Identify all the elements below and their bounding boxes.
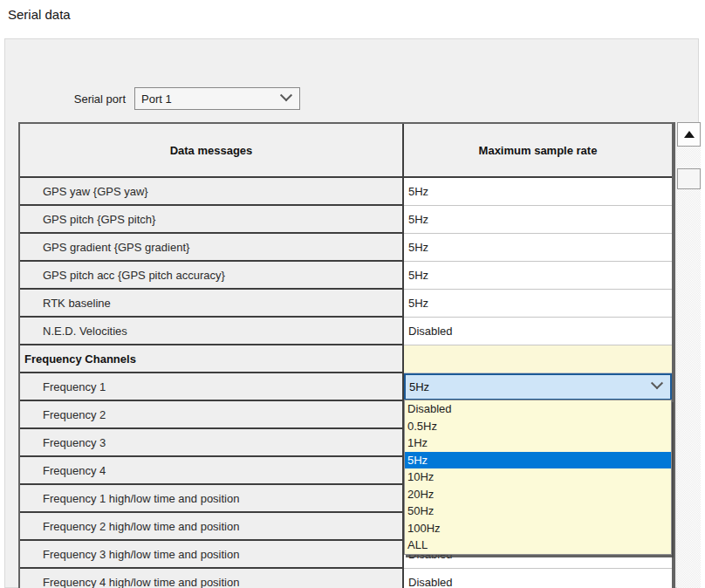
data-message-cell[interactable]: RTK baseline xyxy=(20,290,404,318)
column-header-data-messages: Data messages xyxy=(20,124,404,176)
data-message-cell[interactable]: Frequency 1 xyxy=(20,373,404,401)
serial-data-panel: Serial port Port 1 Data messages Maximum… xyxy=(4,38,699,588)
dropdown-option[interactable]: ALL xyxy=(405,537,671,554)
table-row: GPS pitch acc {GPS pitch accuracy}5Hz xyxy=(20,262,672,290)
page-title: Serial data xyxy=(8,7,71,22)
table-header-row: Data messages Maximum sample rate xyxy=(20,124,672,178)
sample-rate-cell[interactable]: 5Hz xyxy=(404,373,672,401)
sample-rate-dropdown-list[interactable]: Disabled0.5Hz1Hz5Hz10Hz20Hz50Hz100HzALL xyxy=(404,400,672,555)
sample-rate-cell[interactable]: 5Hz xyxy=(404,234,672,262)
column-header-max-sample-rate: Maximum sample rate xyxy=(404,124,672,176)
data-message-cell[interactable]: GPS yaw {GPS yaw} xyxy=(20,178,404,206)
chevron-down-icon xyxy=(280,89,292,101)
dropdown-option[interactable]: 10Hz xyxy=(405,468,671,486)
sample-rate-cell[interactable]: 5Hz xyxy=(404,206,672,234)
combobox-value: 5Hz xyxy=(409,380,429,393)
dropdown-option[interactable]: 5Hz xyxy=(405,452,671,469)
table-row: Frequency 4 high/low time and positionDi… xyxy=(20,569,672,588)
table-row: RTK baseline5Hz xyxy=(20,290,672,318)
data-message-cell[interactable]: Frequency 3 xyxy=(20,429,404,457)
sample-rate-combobox[interactable]: 5Hz xyxy=(404,373,672,400)
data-message-cell[interactable]: GPS gradient {GPS gradient} xyxy=(20,234,404,262)
data-message-cell[interactable]: Frequency 1 high/low time and position xyxy=(20,485,404,513)
table-row: Frequency Channels xyxy=(20,345,672,373)
dropdown-option[interactable]: 100Hz xyxy=(405,520,671,537)
data-message-cell[interactable]: Frequency 2 xyxy=(20,401,404,429)
serial-port-select[interactable]: Port 1 xyxy=(134,87,300,110)
section-header-cell[interactable]: Frequency Channels xyxy=(20,345,404,373)
table-scrollbar[interactable] xyxy=(677,122,701,588)
table-row: Frequency 15Hz xyxy=(20,373,672,401)
sample-rate-cell[interactable]: 5Hz xyxy=(404,262,672,290)
table-row: N.E.D. VelocitiesDisabled xyxy=(20,318,672,345)
data-message-cell[interactable]: Frequency 2 high/low time and position xyxy=(20,513,404,541)
data-message-cell[interactable]: GPS pitch {GPS pitch} xyxy=(20,206,404,234)
dropdown-option[interactable]: 50Hz xyxy=(405,503,671,520)
data-message-cell[interactable]: GPS pitch acc {GPS pitch accuracy} xyxy=(20,262,404,290)
chevron-down-icon xyxy=(651,377,663,389)
data-message-cell[interactable]: Frequency 3 high/low time and position xyxy=(20,541,404,569)
sample-rate-cell[interactable] xyxy=(404,345,672,373)
sample-rate-cell[interactable]: Disabled xyxy=(404,318,672,345)
sample-rate-cell[interactable]: 5Hz xyxy=(404,178,672,206)
data-message-cell[interactable]: Frequency 4 xyxy=(20,457,404,485)
scrollbar-thumb[interactable] xyxy=(677,168,701,189)
arrow-up-icon xyxy=(684,131,695,138)
dropdown-option[interactable]: 1Hz xyxy=(405,434,671,452)
sample-rate-cell[interactable]: Disabled xyxy=(404,569,672,588)
dropdown-option[interactable]: Disabled xyxy=(405,400,671,418)
dropdown-option[interactable]: 20Hz xyxy=(405,486,671,503)
table-row: GPS gradient {GPS gradient}5Hz xyxy=(20,234,672,262)
sample-rate-cell[interactable]: 5Hz xyxy=(404,290,672,318)
table-row: GPS yaw {GPS yaw}5Hz xyxy=(20,178,672,206)
scrollbar-up-button[interactable] xyxy=(677,122,701,147)
data-message-cell[interactable]: N.E.D. Velocities xyxy=(20,318,404,345)
serial-port-value: Port 1 xyxy=(141,92,172,106)
serial-port-label: Serial port xyxy=(49,92,126,106)
data-message-cell[interactable]: Frequency 4 high/low time and position xyxy=(20,569,404,588)
table-row: GPS pitch {GPS pitch}5Hz xyxy=(20,206,672,234)
dropdown-option[interactable]: 0.5Hz xyxy=(405,418,671,435)
